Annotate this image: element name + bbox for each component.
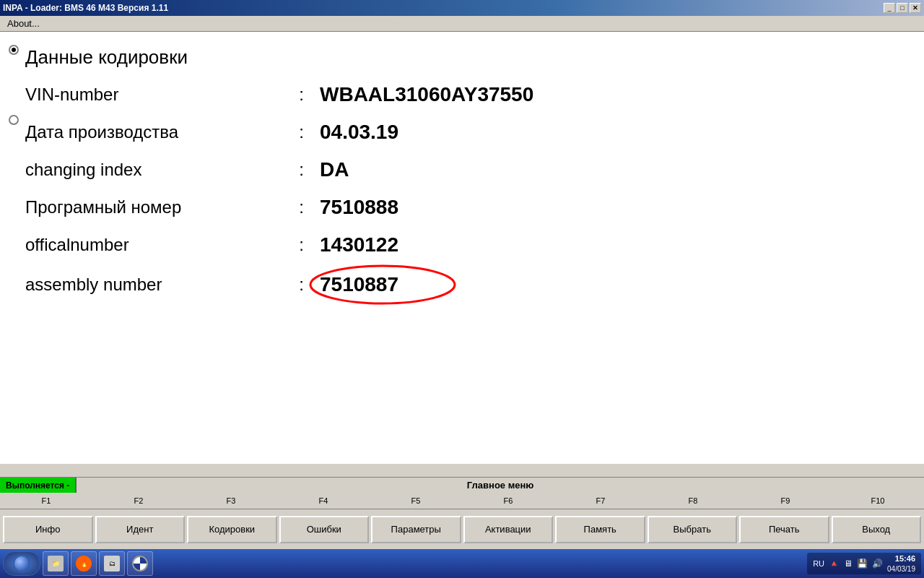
radio-button-1[interactable]: [9, 45, 19, 55]
assembly-number-label: assembly number: [25, 275, 289, 295]
official-number-label: officalnumber: [25, 235, 289, 255]
fkey-f4: F4: [277, 496, 370, 505]
fkey-f5: F5: [370, 496, 462, 505]
maximize-button[interactable]: □: [897, 3, 908, 13]
table-row: Дата производства : 04.03.19: [25, 113, 924, 151]
changing-index-value: DA: [314, 158, 349, 181]
about-menu-item[interactable]: About...: [3, 17, 44, 30]
date-colon: :: [289, 122, 314, 142]
data-rows: VIN-number : WBAAL31060AY37550 Дата прои…: [0, 76, 924, 306]
assembly-number-wrapper: 7510887: [314, 273, 398, 296]
program-number-colon: :: [289, 197, 314, 217]
date-label: Дата производства: [25, 122, 289, 142]
table-row: assembly number : 7510887: [25, 264, 924, 306]
system-tray: RU 🔺 🖥 💾 🔊 15:46 04/03/19: [807, 553, 921, 574]
fkey-f10: F10: [832, 496, 924, 505]
coding-button[interactable]: Кодировки: [187, 516, 277, 543]
date-value: 04.03.19: [314, 121, 398, 144]
menu-bar: About...: [0, 16, 924, 32]
taskbar-app-3[interactable]: 🗂: [99, 551, 125, 576]
info-button[interactable]: Инфо: [3, 516, 93, 543]
tray-icon-network: 🖥: [844, 558, 853, 569]
fkey-f1: F1: [0, 496, 92, 505]
locale-indicator: RU: [813, 559, 824, 568]
function-keys-bar: F1 F2 F3 F4 F5 F6 F7 F8 F9 F10: [0, 493, 924, 509]
errors-button[interactable]: Ошибки: [279, 516, 370, 543]
start-button[interactable]: [3, 551, 40, 576]
status-bar: Выполняется - Главное меню: [0, 477, 924, 493]
vin-colon: :: [289, 85, 314, 105]
executing-status: Выполняется -: [0, 478, 77, 493]
params-button[interactable]: Параметры: [371, 516, 461, 543]
changing-index-colon: :: [289, 160, 314, 180]
table-row: VIN-number : WBAAL31060AY37550: [25, 76, 924, 113]
assembly-number-value: 7510887: [320, 273, 398, 296]
taskbar-app-4[interactable]: [127, 551, 153, 576]
vin-value: WBAAL31060AY37550: [314, 83, 533, 106]
fkey-f8: F8: [647, 496, 739, 505]
vin-label: VIN-number: [25, 85, 289, 105]
section-title: Данные кодировки: [25, 46, 188, 68]
radio-button-2[interactable]: [9, 115, 19, 125]
title-bar: INPA - Loader: BMS 46 M43 Версия 1.11 _ …: [0, 0, 924, 16]
minimize-button[interactable]: _: [884, 3, 895, 13]
tray-icon-storage: 💾: [857, 558, 868, 569]
changing-index-label: changing index: [25, 160, 289, 180]
select-button[interactable]: Выбрать: [648, 516, 738, 543]
main-menu-label: Главное меню: [77, 480, 924, 491]
ident-button[interactable]: Идент: [95, 516, 186, 543]
fkey-f6: F6: [462, 496, 554, 505]
button-bar: Инфо Идент Кодировки Ошибки Параметры Ак…: [0, 509, 924, 549]
taskbar: 📁 🔥 🗂 RU 🔺 🖥 💾 🔊 15:46 04/03/19: [0, 549, 924, 578]
official-number-colon: :: [289, 235, 314, 255]
taskbar-app-1[interactable]: 📁: [43, 551, 69, 576]
activations-button[interactable]: Активации: [463, 516, 554, 543]
taskbar-app-2[interactable]: 🔥: [71, 551, 97, 576]
table-row: Програмный номер : 7510888: [25, 189, 924, 226]
title-bar-controls: _ □ ✕: [884, 3, 921, 13]
table-row: officalnumber : 1430122: [25, 226, 924, 264]
fkey-f7: F7: [554, 496, 647, 505]
close-button[interactable]: ✕: [910, 3, 921, 13]
main-content-window: Данные кодировки VIN-number : WBAAL31060…: [0, 32, 924, 464]
fkey-f9: F9: [739, 496, 832, 505]
memory-button[interactable]: Память: [555, 516, 645, 543]
program-number-label: Програмный номер: [25, 197, 289, 217]
fkey-f2: F2: [92, 496, 185, 505]
exit-button[interactable]: Выход: [832, 516, 922, 543]
print-button[interactable]: Печать: [739, 516, 829, 543]
official-number-value: 1430122: [314, 233, 398, 256]
tray-icon-volume: 🔊: [872, 558, 883, 569]
title-bar-text: INPA - Loader: BMS 46 M43 Версия 1.11: [3, 3, 168, 13]
fkey-f3: F3: [185, 496, 277, 505]
program-number-value: 7510888: [314, 196, 398, 219]
tray-icon-1: 🔺: [829, 558, 840, 569]
clock: 15:46 04/03/19: [887, 553, 915, 573]
table-row: changing index : DA: [25, 151, 924, 189]
